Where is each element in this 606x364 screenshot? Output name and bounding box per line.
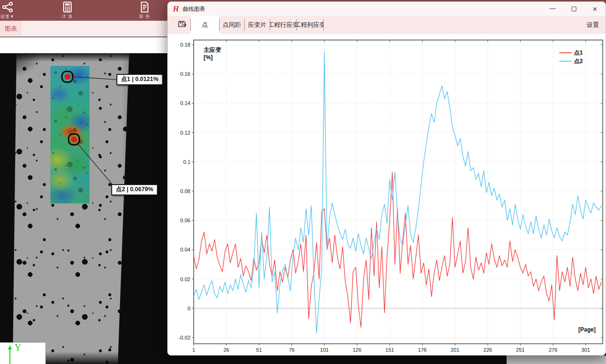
chart-tab-row-strain[interactable]: 工程行应变: [270, 16, 296, 34]
svg-text:0.06: 0.06: [180, 218, 190, 223]
window-titlebar[interactable]: H 曲线图表 — ✕: [168, 2, 606, 16]
chart-tab-point[interactable]: 点: [191, 16, 219, 34]
chart-tab-point-distance[interactable]: 点间距: [220, 16, 244, 34]
chart-title: [%]: [204, 54, 213, 61]
save-icon: [178, 19, 187, 31]
toolbar-calculate-label: 计 算: [62, 14, 73, 20]
svg-text:0.1: 0.1: [183, 159, 190, 165]
save-button[interactable]: [174, 16, 190, 34]
svg-text:0.04: 0.04: [180, 247, 190, 252]
minimize-icon: —: [549, 5, 556, 12]
share-icon: [1, 1, 14, 13]
legend-label-0: 点1: [574, 49, 583, 56]
chart-tab-strain-gauge[interactable]: 应变片: [245, 16, 270, 34]
svg-text:-0.02: -0.02: [179, 335, 190, 340]
svg-text:76: 76: [289, 347, 295, 353]
svg-text:126: 126: [352, 347, 361, 353]
chart-title: 主应变: [204, 47, 221, 53]
bottom-scroll-strip[interactable]: [507, 356, 606, 364]
y-axis-arrow: [0, 343, 46, 364]
svg-text:251: 251: [516, 347, 524, 353]
ribbon-separator: [323, 19, 324, 31]
svg-text:176: 176: [418, 347, 426, 353]
svg-text:1: 1: [192, 347, 195, 353]
point-1-callout[interactable]: 点1 | 0.0121%: [116, 74, 163, 85]
svg-text:151: 151: [385, 347, 394, 353]
svg-text:301: 301: [581, 347, 590, 353]
toolbar-report-label: 报 告: [139, 14, 150, 20]
svg-text:26: 26: [223, 347, 229, 353]
app-logo-h: H: [173, 5, 179, 13]
svg-text:101: 101: [320, 347, 328, 353]
calculator-icon: [62, 1, 73, 13]
point-1-dot: [65, 74, 70, 80]
chart-settings-button[interactable]: 设置: [587, 16, 599, 34]
maximize-icon: [572, 7, 576, 11]
strain-chart[interactable]: 1265176101126151176201226251276301-0.020…: [168, 34, 606, 356]
svg-text:51: 51: [256, 347, 262, 353]
svg-text:0.08: 0.08: [180, 188, 190, 194]
svg-text:0.02: 0.02: [180, 276, 190, 282]
coordinate-axis-box: Y: [0, 342, 46, 364]
svg-text:0: 0: [188, 306, 190, 311]
minimize-button[interactable]: —: [542, 2, 563, 16]
point-2-callout[interactable]: 点2 | 0.0679%: [111, 184, 158, 195]
maximize-button[interactable]: [563, 2, 584, 16]
chart-ribbon: 点 点间距 应变片 工程行应变 工程列应变 设置: [168, 16, 606, 34]
close-button[interactable]: ✕: [584, 2, 606, 16]
y-axis-letter: Y: [15, 343, 21, 352]
toolbar-settings-button[interactable]: 设置▼: [0, 1, 21, 20]
legend-label-1: 点2: [574, 58, 583, 65]
chart-tab-col-strain[interactable]: 工程列应变: [297, 16, 323, 34]
page-label: [Page]: [578, 326, 596, 333]
svg-text:0.18: 0.18: [180, 42, 190, 48]
toolbar-settings-label: 设置▼: [0, 14, 15, 20]
measure-point-2-marker[interactable]: [68, 133, 80, 146]
screen: 设置▼ 计 算: [0, 0, 606, 364]
svg-text:0.16: 0.16: [180, 71, 190, 77]
series-line-1: [194, 52, 601, 333]
tab-chart[interactable]: 图表: [0, 21, 22, 37]
measure-point-1-marker[interactable]: [61, 71, 74, 83]
curve-chart-window: H 曲线图表 — ✕ 点: [167, 1, 606, 356]
strain-chart-svg: 1265176101126151176201226251276301-0.020…: [168, 34, 606, 356]
report-icon: [139, 1, 150, 13]
svg-text:0.14: 0.14: [180, 100, 190, 106]
close-icon: ✕: [592, 6, 598, 13]
point-2-dot: [71, 137, 77, 142]
window-title: 曲线图表: [182, 5, 205, 13]
svg-text:0.12: 0.12: [180, 130, 190, 136]
toolbar-calculate-button[interactable]: 计 算: [54, 1, 81, 20]
toolbar-report-button[interactable]: 报 告: [131, 1, 158, 20]
svg-text:201: 201: [450, 347, 459, 353]
svg-text:276: 276: [549, 347, 557, 353]
svg-text:226: 226: [483, 347, 492, 353]
